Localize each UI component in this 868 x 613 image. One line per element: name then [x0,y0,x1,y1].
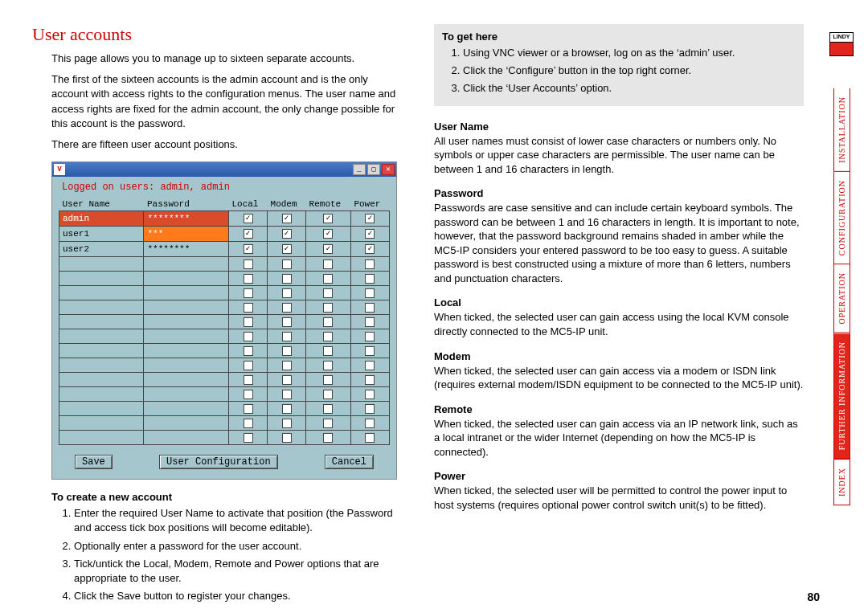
cancel-button[interactable]: Cancel [325,455,374,469]
local-checkbox[interactable] [244,419,253,428]
remote-checkbox[interactable] [323,317,333,327]
username-input[interactable] [59,329,143,343]
power-checkbox[interactable] [365,404,375,414]
username-input[interactable] [59,387,143,401]
remote-checkbox[interactable] [323,404,333,414]
modem-checkbox[interactable] [282,404,292,414]
power-checkbox[interactable] [365,229,375,239]
remote-checkbox[interactable] [323,288,333,298]
power-checkbox[interactable] [365,346,375,356]
username-input[interactable] [59,358,143,372]
password-input[interactable] [144,402,227,415]
remote-checkbox[interactable] [323,274,333,284]
password-input[interactable]: *** [144,227,227,241]
username-input[interactable] [59,416,143,430]
username-input[interactable]: user1 [59,227,143,241]
local-checkbox[interactable] [244,332,253,341]
power-checkbox[interactable] [365,303,375,313]
local-checkbox[interactable] [244,390,253,399]
password-input[interactable]: ******** [144,242,227,256]
modem-checkbox[interactable] [282,229,292,239]
power-checkbox[interactable] [365,390,375,399]
minimize-icon[interactable]: _ [353,164,366,175]
modem-checkbox[interactable] [282,346,292,356]
power-checkbox[interactable] [365,317,375,327]
username-input[interactable] [59,373,143,386]
local-checkbox[interactable] [244,214,253,223]
username-input[interactable] [59,257,143,271]
power-checkbox[interactable] [365,375,375,385]
password-input[interactable] [144,300,227,314]
modem-checkbox[interactable] [282,260,292,269]
remote-checkbox[interactable] [323,303,333,313]
modem-checkbox[interactable] [282,274,292,284]
username-input[interactable]: admin [59,211,143,226]
power-checkbox[interactable] [365,274,375,284]
remote-checkbox[interactable] [323,375,333,385]
remote-checkbox[interactable] [323,361,333,370]
local-checkbox[interactable] [244,346,253,356]
modem-checkbox[interactable] [282,419,292,428]
local-checkbox[interactable] [244,288,253,298]
remote-checkbox[interactable] [323,390,333,399]
username-input[interactable] [59,272,143,285]
modem-checkbox[interactable] [282,433,292,443]
power-checkbox[interactable] [365,332,375,341]
close-icon[interactable]: ✕ [382,164,395,175]
remote-checkbox[interactable] [323,346,333,356]
password-input[interactable] [144,373,227,386]
nav-further-information[interactable]: FURTHER INFORMATION [833,333,850,459]
remote-checkbox[interactable] [323,433,333,443]
username-input[interactable] [59,431,143,444]
local-checkbox[interactable] [244,229,253,239]
remote-checkbox[interactable] [323,260,333,269]
local-checkbox[interactable] [244,317,253,327]
modem-checkbox[interactable] [282,361,292,370]
remote-checkbox[interactable] [323,419,333,428]
nav-operation[interactable]: OPERATION [833,264,850,333]
password-input[interactable] [144,286,227,300]
username-input[interactable] [59,286,143,300]
local-checkbox[interactable] [244,361,253,370]
username-input[interactable] [59,315,143,329]
power-checkbox[interactable] [365,244,375,254]
username-input[interactable] [59,402,143,415]
modem-checkbox[interactable] [282,288,292,298]
power-checkbox[interactable] [365,288,375,298]
nav-index[interactable]: INDEX [833,459,850,505]
power-checkbox[interactable] [365,419,375,428]
modem-checkbox[interactable] [282,390,292,399]
local-checkbox[interactable] [244,303,253,313]
password-input[interactable] [144,431,227,444]
local-checkbox[interactable] [244,244,253,254]
modem-checkbox[interactable] [282,332,292,341]
remote-checkbox[interactable] [323,244,333,254]
local-checkbox[interactable] [244,260,253,269]
modem-checkbox[interactable] [282,303,292,313]
modem-checkbox[interactable] [282,244,292,254]
password-input[interactable] [144,416,227,430]
remote-checkbox[interactable] [323,332,333,341]
local-checkbox[interactable] [244,274,253,284]
username-input[interactable] [59,300,143,314]
username-input[interactable] [59,344,143,358]
maximize-icon[interactable]: ▢ [367,164,380,175]
power-checkbox[interactable] [365,260,375,269]
nav-configuration[interactable]: CONFIGURATION [833,172,850,264]
password-input[interactable] [144,272,227,285]
save-button[interactable]: Save [75,455,113,469]
remote-checkbox[interactable] [323,214,333,223]
remote-checkbox[interactable] [323,229,333,239]
power-checkbox[interactable] [365,214,375,223]
password-input[interactable]: ******** [144,211,227,226]
modem-checkbox[interactable] [282,317,292,327]
password-input[interactable] [144,344,227,358]
password-input[interactable] [144,315,227,329]
power-checkbox[interactable] [365,361,375,370]
password-input[interactable] [144,329,227,343]
modem-checkbox[interactable] [282,214,292,223]
username-input[interactable]: user2 [59,242,143,256]
local-checkbox[interactable] [244,404,253,414]
nav-installation[interactable]: INSTALLATION [833,88,850,172]
local-checkbox[interactable] [244,433,253,443]
